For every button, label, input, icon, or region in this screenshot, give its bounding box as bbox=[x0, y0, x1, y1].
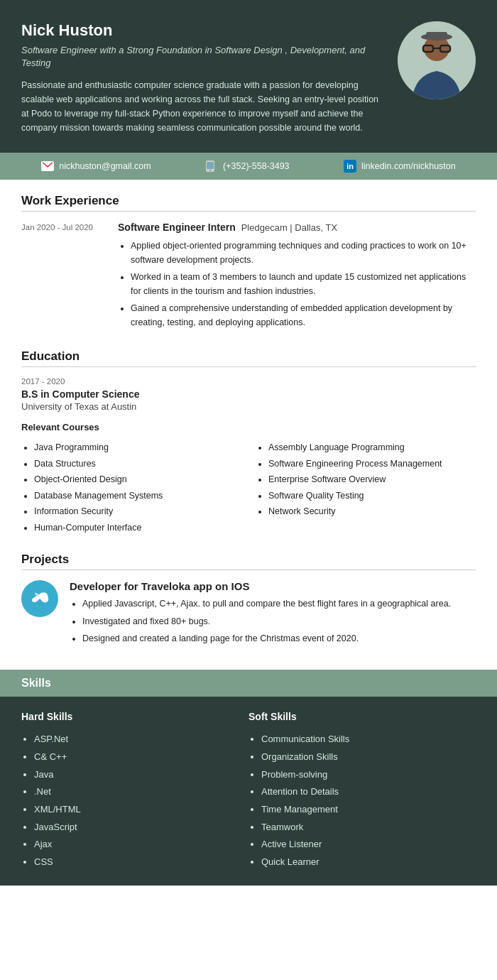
project-bullet-2: Investigated and fixed 80+ bugs. bbox=[82, 614, 476, 629]
courses-grid: Java Programming Data Structures Object-… bbox=[21, 440, 476, 535]
skills-section-title: Skills bbox=[0, 670, 497, 697]
project-bullet-3: Designed and created a landing page for … bbox=[82, 631, 476, 646]
soft-skill-5: Time Management bbox=[261, 801, 476, 819]
work-bullet-3: Gained a comprehensive understanding of … bbox=[131, 301, 476, 330]
projects-title: Projects bbox=[21, 552, 476, 570]
soft-skills-list: Communication Skills Organization Skills… bbox=[248, 731, 476, 871]
work-bullets: Applied object-oriented programming tech… bbox=[118, 239, 476, 330]
candidate-bio: Passionate and enthusiastic computer sci… bbox=[21, 78, 383, 135]
hard-skill-4: .Net bbox=[34, 783, 248, 801]
work-title-line: Software Engineer Intern Pledgecam | Dal… bbox=[118, 222, 476, 233]
soft-skill-4: Attention to Details bbox=[261, 783, 476, 801]
course-3: Object-Oriented Design bbox=[34, 472, 241, 488]
education-title: Education bbox=[21, 349, 476, 367]
email-contact: nickhuston@gmail.com bbox=[41, 161, 151, 171]
work-role: Software Engineer Intern bbox=[118, 222, 236, 233]
education-section: Education 2017 - 2020 B.S in Computer Sc… bbox=[21, 349, 476, 535]
email-text: nickhuston@gmail.com bbox=[59, 161, 151, 171]
soft-skill-8: Quick Learner bbox=[261, 854, 476, 871]
project-entry: Developer for Traveloka app on IOS Appli… bbox=[21, 580, 476, 648]
project-icon bbox=[21, 580, 58, 617]
edu-dates: 2017 - 2020 bbox=[21, 377, 476, 386]
course-4: Database Management Systems bbox=[34, 488, 241, 504]
hard-skill-8: CSS bbox=[34, 854, 248, 871]
courses-col-right: Assembly Language Programming Software E… bbox=[256, 440, 476, 535]
work-dates: Jan 2020 - Jul 2020 bbox=[21, 222, 106, 332]
course-5: Information Security bbox=[34, 503, 241, 520]
course-10: Software Quality Testing bbox=[268, 488, 476, 504]
work-company: Pledgecam | Dallas, TX bbox=[241, 222, 337, 233]
hard-skill-1: ASP.Net bbox=[34, 731, 248, 748]
linkedin-icon: in bbox=[344, 160, 356, 173]
svg-point-10 bbox=[209, 170, 211, 171]
hard-skills-list: ASP.Net C& C++ Java .Net XML/HTML JavaSc… bbox=[21, 731, 248, 871]
soft-skills-col: Soft Skills Communication Skills Organiz… bbox=[248, 711, 476, 871]
course-2: Data Structures bbox=[34, 456, 241, 472]
project-bullet-1: Applied Javascript, C++, Ajax. to pull a… bbox=[82, 597, 476, 611]
hard-skill-5: XML/HTML bbox=[34, 801, 248, 819]
hard-skill-2: C& C++ bbox=[34, 748, 248, 766]
contact-bar: nickhuston@gmail.com (+352)-558-3493 in … bbox=[0, 153, 497, 180]
header-section: Nick Huston Software Engineer with a Str… bbox=[0, 0, 497, 153]
soft-skill-6: Teamwork bbox=[261, 819, 476, 837]
svg-rect-9 bbox=[207, 162, 214, 169]
work-bullet-2: Worked in a team of 3 members to launch … bbox=[131, 270, 476, 298]
soft-skill-2: Organization Skills bbox=[261, 748, 476, 766]
work-details: Software Engineer Intern Pledgecam | Dal… bbox=[118, 222, 476, 332]
candidate-title: Software Engineer with a Strong Foundati… bbox=[21, 44, 383, 70]
relevant-courses-title: Relevant Courses bbox=[21, 422, 476, 432]
projects-section: Projects Developer for Traveloka app on … bbox=[21, 552, 476, 648]
header-text: Nick Huston Software Engineer with a Str… bbox=[21, 21, 383, 135]
hard-skills-title: Hard Skills bbox=[21, 711, 248, 722]
course-7: Assembly Language Programming bbox=[268, 440, 476, 456]
candidate-photo bbox=[398, 21, 476, 99]
phone-text: (+352)-558-3493 bbox=[223, 161, 289, 171]
courses-col-left: Java Programming Data Structures Object-… bbox=[21, 440, 241, 535]
phone-contact: (+352)-558-3493 bbox=[205, 161, 289, 171]
gmail-icon bbox=[41, 161, 54, 171]
soft-skill-1: Communication Skills bbox=[261, 731, 476, 748]
phone-icon bbox=[205, 161, 218, 171]
skills-body: Hard Skills ASP.Net C& C++ Java .Net XML… bbox=[0, 697, 497, 886]
project-details: Developer for Traveloka app on IOS Appli… bbox=[70, 580, 476, 648]
linkedin-text: linkedin.com/nickhuston bbox=[361, 161, 456, 171]
edu-degree: B.S in Computer Science bbox=[21, 388, 476, 400]
hard-skill-3: Java bbox=[34, 766, 248, 784]
courses-list-left: Java Programming Data Structures Object-… bbox=[21, 440, 241, 535]
skills-wrapper: Skills Hard Skills ASP.Net C& C++ Java .… bbox=[0, 670, 497, 886]
soft-skill-3: Problem-solving bbox=[261, 766, 476, 784]
courses-list-right: Assembly Language Programming Software E… bbox=[256, 440, 476, 520]
svg-rect-6 bbox=[426, 32, 447, 39]
hard-skill-6: JavaScript bbox=[34, 819, 248, 837]
edu-school: University of Texas at Austin bbox=[21, 401, 476, 412]
soft-skill-7: Active Listener bbox=[261, 836, 476, 854]
work-bullet-1: Applied object-oriented programming tech… bbox=[131, 239, 476, 267]
work-experience-title: Work Experience bbox=[21, 194, 476, 212]
soft-skills-title: Soft Skills bbox=[248, 711, 476, 722]
work-experience-section: Work Experience Jan 2020 - Jul 2020 Soft… bbox=[21, 194, 476, 332]
project-bullets: Applied Javascript, C++, Ajax. to pull a… bbox=[70, 597, 476, 646]
hard-skills-col: Hard Skills ASP.Net C& C++ Java .Net XML… bbox=[21, 711, 248, 871]
course-1: Java Programming bbox=[34, 440, 241, 456]
main-content: Work Experience Jan 2020 - Jul 2020 Soft… bbox=[0, 180, 497, 670]
course-11: Network Security bbox=[268, 503, 476, 520]
course-6: Human-Computer Interface bbox=[34, 520, 241, 536]
linkedin-contact: in linkedin.com/nickhuston bbox=[344, 160, 456, 173]
course-9: Enterprise Software Overview bbox=[268, 472, 476, 488]
course-8: Software Engineering Process Management bbox=[268, 456, 476, 472]
hard-skill-7: Ajax bbox=[34, 836, 248, 854]
work-entry: Jan 2020 - Jul 2020 Software Engineer In… bbox=[21, 222, 476, 332]
candidate-name: Nick Huston bbox=[21, 21, 383, 40]
project-title: Developer for Traveloka app on IOS bbox=[70, 580, 476, 592]
